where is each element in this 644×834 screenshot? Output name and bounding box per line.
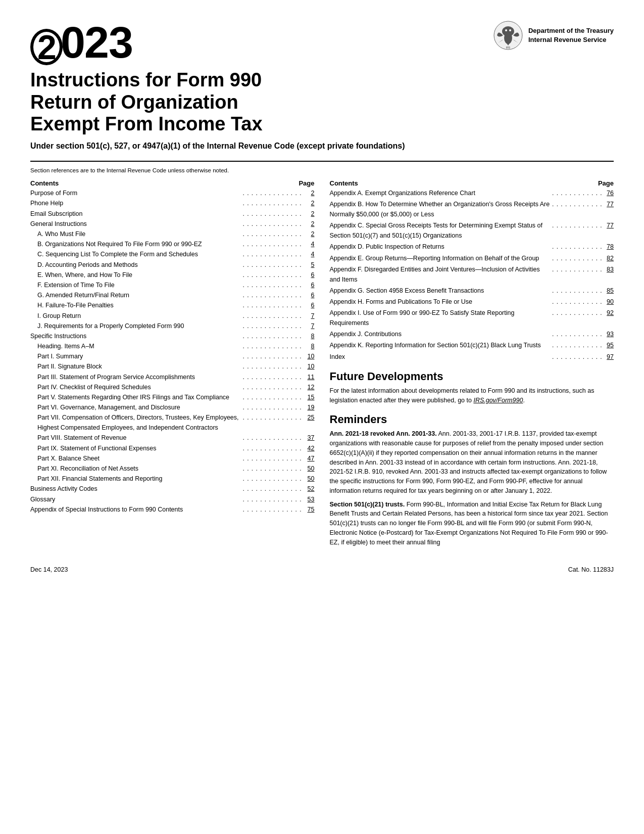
toc-dots: . . . . . . . . . . . . . . . . . . . . — [243, 362, 304, 372]
toc-page: 6 — [305, 280, 315, 290]
toc-page: 8 — [305, 331, 315, 341]
toc-right-rows: Appendix A. Exempt Organizations Referen… — [330, 188, 614, 362]
toc-row: Glossary . . . . . . . . . . . . . . . .… — [30, 494, 315, 504]
toc-dots: . . . . . . . . . . . . . . . . . . . . — [243, 219, 304, 229]
toc-row: Part III. Statement of Program Service A… — [30, 372, 315, 382]
toc-dots: . . . . . . . . . . . . . . . . . . . . — [243, 311, 304, 321]
year-zero: 2 — [30, 29, 63, 65]
toc-header-right: Contents Page — [330, 179, 614, 187]
toc-row: Index . . . . . . . . . . . . . . . . . … — [330, 352, 614, 362]
toc-item-label: Appendix of Special Instructions to Form… — [30, 504, 243, 515]
toc-dots: . . . . . . . . . . . . . . . . . . — [552, 308, 603, 318]
toc-dots: . . . . . . . . . . . . . . . . . . — [552, 242, 603, 252]
future-dev-heading: Future Developments — [330, 370, 614, 383]
toc-dots: . . . . . . . . . . . . . . . . . . — [552, 330, 603, 339]
footer-cat: Cat. No. 11283J — [568, 566, 614, 573]
toc-item-label: Part IX. Statement of Functional Expense… — [37, 443, 243, 453]
toc-row: Appendix B. How To Determine Whether an … — [330, 199, 614, 219]
toc-page: 12 — [305, 382, 315, 392]
toc-row: E. When, Where, and How To File . . . . … — [30, 270, 315, 280]
toc-item-label: H. Failure-To-File Penalties — [37, 300, 243, 310]
title-line2: Return of Organization — [30, 91, 614, 114]
toc-page: 92 — [604, 308, 614, 318]
toc-page: 5 — [305, 260, 315, 270]
toc-item-label: Business Activity Codes — [30, 484, 243, 494]
toc-page: 2 — [305, 198, 315, 208]
toc-page: 85 — [604, 286, 614, 296]
toc-item-label: Index — [330, 352, 553, 362]
toc-page: 42 — [305, 443, 315, 453]
toc-item-label: Part VII. Compensation of Officers, Dire… — [37, 412, 243, 433]
irs-link[interactable]: IRS.gov/Form990 — [473, 397, 523, 404]
toc-dots: . . . . . . . . . . . . . . . . . . . . — [243, 270, 304, 280]
toc-label-header: Contents — [30, 179, 59, 187]
toc-item-label: Specific Instructions — [30, 331, 243, 341]
footer-date: Dec 14, 2023 — [30, 566, 68, 573]
toc-dots: . . . . . . . . . . . . . . . . . . — [552, 352, 603, 362]
toc-item-label: D. Accounting Periods and Methods — [37, 260, 243, 270]
toc-row: Part VI. Governance, Management, and Dis… — [30, 402, 315, 412]
irs-label: Internal Revenue Service — [528, 35, 614, 44]
toc-item-label: Part II. Signature Block — [37, 361, 243, 372]
toc-page: 95 — [604, 340, 614, 350]
toc-item-label: Part XII. Financial Statements and Repor… — [37, 474, 243, 484]
toc-item-label: G. Amended Return/Final Return — [37, 290, 243, 300]
toc-item-label: Part III. Statement of Program Service A… — [37, 372, 243, 382]
svg-text:IRS: IRS — [506, 46, 511, 49]
toc-dots: . . . . . . . . . . . . . . . . . . . . — [243, 444, 304, 453]
ref-note: Section references are to the Internal R… — [30, 167, 614, 174]
toc-item-label: Part IV. Checklist of Required Schedules — [37, 382, 243, 392]
col-right: Contents Page Appendix A. Exempt Organiz… — [330, 179, 614, 551]
toc-item-label: Appendix I. Use of Form 990 or 990-EZ To… — [330, 308, 553, 328]
toc-page: 52 — [305, 484, 315, 494]
toc-dots: . . . . . . . . . . . . . . . . . . . . — [243, 393, 304, 402]
toc-right-page: Page — [598, 179, 614, 187]
irs-text-block: Department of the Treasury Internal Reve… — [528, 26, 614, 44]
toc-row: Specific Instructions . . . . . . . . . … — [30, 331, 315, 341]
toc-page: 78 — [604, 242, 614, 252]
year-rest: 023 — [61, 17, 133, 67]
toc-dots: . . . . . . . . . . . . . . . . . . . . — [243, 301, 304, 310]
toc-header-left: Contents Page — [30, 179, 315, 187]
toc-page: 37 — [305, 433, 315, 443]
toc-row: Part XII. Financial Statements and Repor… — [30, 474, 315, 484]
toc-page: 76 — [604, 188, 614, 198]
toc-dots: . . . . . . . . . . . . . . . . . . . . — [243, 229, 304, 239]
toc-page: 2 — [305, 229, 315, 239]
toc-page: 10 — [305, 361, 315, 372]
toc-item-label: Appendix G. Section 4958 Excess Benefit … — [330, 286, 553, 296]
toc-item-label: Email Subscription — [30, 209, 243, 219]
toc-dots: . . . . . . . . . . . . . . . . . . . . — [243, 260, 304, 270]
year-logo: 2023 — [30, 20, 133, 65]
toc-page-header: Page — [299, 179, 314, 187]
toc-item-label: I. Group Return — [37, 311, 243, 321]
toc-row: Appendix J. Contributions . . . . . . . … — [330, 329, 614, 339]
toc-row: Part IX. Statement of Functional Expense… — [30, 443, 315, 453]
toc-row: D. Accounting Periods and Methods . . . … — [30, 260, 315, 270]
toc-page: 7 — [305, 321, 315, 331]
toc-dots: . . . . . . . . . . . . . . . . . . . . — [243, 454, 304, 464]
toc-item-label: J. Requirements for a Properly Completed… — [37, 321, 243, 331]
toc-dots: . . . . . . . . . . . . . . . . . . . . — [243, 321, 304, 331]
toc-dots: . . . . . . . . . . . . . . . . . . . . — [243, 403, 304, 412]
toc-dots: . . . . . . . . . . . . . . . . . . . . — [243, 433, 304, 443]
toc-page: 10 — [305, 351, 315, 361]
toc-item-label: Appendix E. Group Returns—Reporting Info… — [330, 253, 553, 263]
toc-dots: . . . . . . . . . . . . . . . . . . . . — [243, 413, 304, 423]
toc-dots: . . . . . . . . . . . . . . . . . . . . — [243, 505, 304, 515]
toc-dots: . . . . . . . . . . . . . . . . . . — [552, 297, 603, 307]
toc-dots: . . . . . . . . . . . . . . . . . . — [552, 200, 603, 209]
toc-page: 97 — [604, 352, 614, 362]
toc-dots: . . . . . . . . . . . . . . . . . . . . — [243, 281, 304, 290]
toc-page: 50 — [305, 464, 315, 474]
irs-logo-block: IRS Department of the Treasury Internal … — [493, 20, 614, 51]
toc-item-label: Appendix H. Forms and Publications To Fi… — [330, 297, 553, 307]
toc-row: General Instructions . . . . . . . . . .… — [30, 219, 315, 229]
toc-item-label: Part VI. Governance, Management, and Dis… — [37, 402, 243, 412]
toc-row: Part V. Statements Regarding Other IRS F… — [30, 392, 315, 402]
toc-row: Part VIII. Statement of Revenue . . . . … — [30, 433, 315, 443]
toc-item-label: Part VIII. Statement of Revenue — [37, 433, 243, 443]
toc-page: 11 — [305, 372, 315, 382]
toc-row: Appendix G. Section 4958 Excess Benefit … — [330, 286, 614, 296]
toc-dots: . . . . . . . . . . . . . . . . . . . . — [243, 199, 304, 208]
